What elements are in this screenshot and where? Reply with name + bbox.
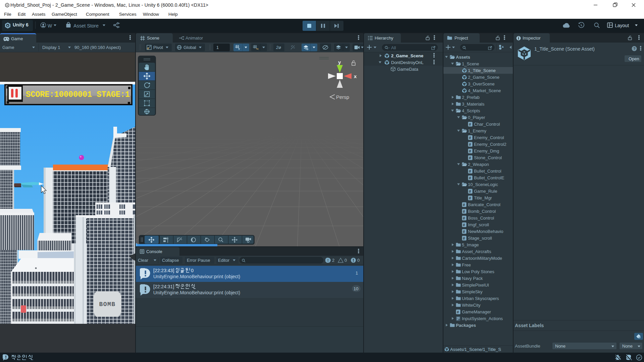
svg-text:#: # bbox=[463, 216, 465, 220]
svg-text:#: # bbox=[469, 136, 471, 140]
svg-text:#: # bbox=[469, 196, 471, 200]
svg-text:#: # bbox=[469, 149, 471, 153]
svg-text:#: # bbox=[463, 230, 465, 234]
svg-text:#: # bbox=[469, 176, 471, 180]
svg-text:?: ? bbox=[633, 47, 636, 51]
svg-text:#: # bbox=[469, 156, 471, 160]
svg-text:#: # bbox=[463, 203, 465, 207]
svg-text:SCORE:10000001 STAGE:1: SCORE:10000001 STAGE:1 bbox=[26, 90, 130, 100]
svg-text:#: # bbox=[469, 189, 471, 193]
svg-text:!: ! bbox=[327, 258, 329, 262]
svg-text:#: # bbox=[469, 169, 471, 173]
svg-text:Persp: Persp bbox=[336, 94, 349, 100]
svg-text:BOMB: BOMB bbox=[99, 301, 115, 308]
svg-text:#: # bbox=[463, 236, 465, 240]
svg-text:#: # bbox=[457, 310, 459, 314]
svg-text:Y: Y bbox=[238, 48, 240, 50]
svg-text:#: # bbox=[463, 209, 465, 214]
svg-text:#: # bbox=[469, 142, 471, 146]
svg-text:x: x bbox=[354, 73, 357, 79]
svg-text:y: y bbox=[338, 59, 341, 65]
svg-text:#: # bbox=[469, 122, 471, 126]
svg-text:#: # bbox=[463, 223, 465, 227]
